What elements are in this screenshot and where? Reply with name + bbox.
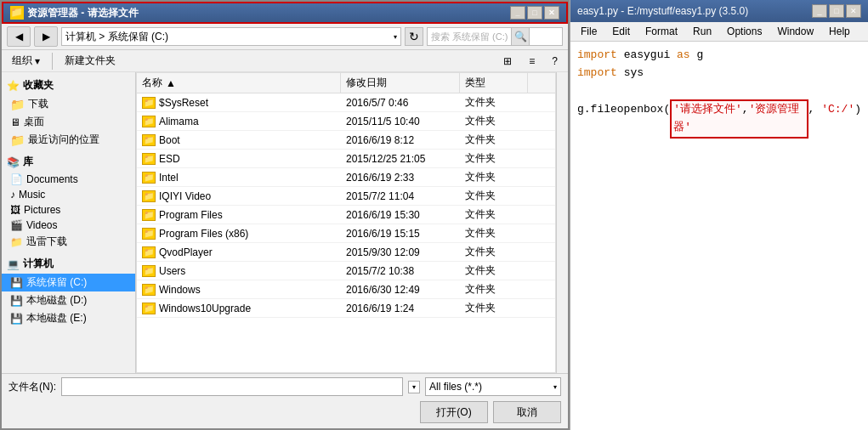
menu-edit[interactable]: Edit — [605, 24, 637, 39]
sidebar-item-recent[interactable]: 📁 最近访问的位置 — [2, 131, 135, 149]
help-button[interactable]: ? — [547, 54, 563, 69]
file-date: 2016/6/19 15:30 — [341, 207, 460, 223]
file-list: 名称 ▲ 修改日期 类型 📁 $SysReset 2016/5/7 0:46 文… — [136, 72, 556, 373]
file-date: 2015/7/2 10:38 — [341, 263, 460, 279]
code-line-3: g.fileopenbox('请选择文件','资源管理器', 'C:/') — [577, 99, 861, 139]
filetype-combo[interactable]: All files (*.*) ▾ — [425, 377, 561, 396]
file-name-cell: 📁 QvodPlayer — [137, 245, 341, 260]
favorites-header[interactable]: ⭐ 收藏夹 — [2, 76, 135, 95]
forward-button[interactable]: ▶ — [34, 26, 58, 47]
search-button[interactable]: 🔍 — [511, 27, 530, 46]
file-name-cell: 📁 Boot — [137, 133, 341, 148]
vertical-scrollbar[interactable] — [556, 72, 568, 373]
editor-title: easy1.py - E:/mystuff/easy1.py (3.5.0) — [577, 5, 748, 17]
file-name: ESD — [159, 153, 180, 165]
sidebar-item-xunlei[interactable]: 📁 迅雷下载 — [2, 233, 135, 251]
sidebar-item-download[interactable]: 📁 下载 — [2, 95, 135, 113]
minimize-button[interactable]: _ — [510, 6, 525, 20]
file-date: 2016/6/19 1:24 — [341, 301, 460, 316]
editor-titlebar-controls: _ □ ✕ — [812, 4, 861, 18]
sidebar-item-videos[interactable]: 🎬 Videos — [2, 218, 135, 233]
dialog-content: ⭐ 收藏夹 📁 下载 🖥 桌面 📁 最近访问的位置 — [2, 72, 568, 373]
col-header-type[interactable]: 类型 — [460, 73, 528, 93]
sort-arrow-icon: ▲ — [166, 77, 176, 89]
highlighted-args: '请选择文件','资源管理器' — [670, 99, 808, 139]
open-button[interactable]: 打开(O) — [420, 401, 488, 423]
sidebar-item-desktop[interactable]: 🖥 桌面 — [2, 113, 135, 131]
table-row[interactable]: 📁 ESD 2015/12/25 21:05 文件夹 — [137, 150, 555, 168]
sidebar-item-music[interactable]: ♪ Music — [2, 187, 135, 202]
new-folder-button[interactable]: 新建文件夹 — [60, 52, 121, 70]
menu-window[interactable]: Window — [770, 24, 820, 39]
table-row[interactable]: 📁 Windows10Upgrade 2016/6/19 1:24 文件夹 — [137, 299, 555, 318]
address-combo[interactable]: 计算机 > 系统保留 (C:) ▾ — [61, 27, 401, 46]
file-date: 2016/5/7 0:46 — [341, 95, 460, 110]
filename-input[interactable] — [61, 377, 403, 396]
sidebar-music-label: Music — [19, 189, 45, 201]
folder-icon: 📁 — [10, 98, 25, 111]
menu-file[interactable]: File — [574, 24, 604, 39]
editor-close-button[interactable]: ✕ — [846, 4, 861, 18]
star-icon: ⭐ — [7, 80, 20, 92]
cancel-button[interactable]: 取消 — [493, 401, 561, 423]
menu-format[interactable]: Format — [638, 24, 684, 39]
menu-run[interactable]: Run — [686, 24, 718, 39]
folder-icon: 📁 — [142, 246, 156, 258]
computer-header[interactable]: 💻 计算机 — [2, 254, 135, 274]
table-row[interactable]: 📁 Intel 2016/6/19 2:33 文件夹 — [137, 168, 555, 187]
import-easygui: easygui — [624, 47, 671, 65]
file-type: 文件夹 — [460, 131, 528, 149]
sidebar-item-documents[interactable]: 📄 Documents — [2, 172, 135, 187]
table-row[interactable]: 📁 Windows 2016/6/30 12:49 文件夹 — [137, 280, 555, 299]
library-icon: 📚 — [7, 156, 20, 168]
view-list-button[interactable]: ≡ — [524, 54, 540, 69]
address-text: 计算机 > 系统保留 (C:) — [65, 30, 168, 44]
sidebar-documents-label: Documents — [26, 173, 78, 185]
sidebar-item-c[interactable]: 💾 系统保留 (C:) — [2, 274, 135, 291]
menu-help[interactable]: Help — [822, 24, 857, 39]
library-header[interactable]: 📚 库 — [2, 152, 135, 172]
file-type: 文件夹 — [460, 93, 528, 111]
file-name-cell: 📁 Intel — [137, 170, 341, 185]
file-name-cell: 📁 ESD — [137, 151, 341, 167]
table-row[interactable]: 📁 IQIYI Video 2015/7/2 11:04 文件夹 — [137, 187, 555, 206]
col-header-date[interactable]: 修改日期 — [341, 73, 460, 93]
table-row[interactable]: 📁 $SysReset 2016/5/7 0:46 文件夹 — [137, 93, 555, 112]
editor-minimize-button[interactable]: _ — [812, 4, 827, 18]
dialog-icon: 📁 — [10, 6, 24, 20]
organize-arrow-icon: ▾ — [35, 55, 40, 67]
titlebar-controls: _ □ ✕ — [510, 6, 559, 20]
table-row[interactable]: 📁 Program Files (x86) 2016/6/19 15:15 文件… — [137, 224, 555, 243]
col-header-name[interactable]: 名称 ▲ — [137, 73, 341, 93]
import-sys: sys — [624, 65, 644, 82]
col-date-label: 修改日期 — [346, 76, 387, 90]
refresh-button[interactable]: ↻ — [405, 27, 423, 46]
sidebar-item-pictures[interactable]: 🖼 Pictures — [2, 202, 135, 218]
library-section: 📚 库 📄 Documents ♪ Music 🖼 Pictures 🎬 — [2, 152, 135, 251]
table-row[interactable]: 📁 QvodPlayer 2015/9/30 12:09 文件夹 — [137, 243, 555, 262]
editor-maximize-button[interactable]: □ — [829, 4, 844, 18]
organize-button[interactable]: 组织 ▾ — [7, 52, 45, 70]
file-date: 2016/6/19 2:33 — [341, 170, 460, 185]
table-row[interactable]: 📁 Users 2015/7/2 10:38 文件夹 — [137, 262, 555, 280]
table-row[interactable]: 📁 Program Files 2016/6/19 15:30 文件夹 — [137, 206, 555, 224]
sidebar-item-e[interactable]: 💾 本地磁盘 (E:) — [2, 309, 135, 327]
table-row[interactable]: 📁 Boot 2016/6/19 8:12 文件夹 — [137, 131, 555, 150]
table-row[interactable]: 📁 Alimama 2015/11/5 10:40 文件夹 — [137, 112, 555, 131]
editor-content[interactable]: import easygui as g import sys g.fileope… — [570, 42, 868, 430]
file-type: 文件夹 — [460, 224, 528, 242]
dialog-sidebar: ⭐ 收藏夹 📁 下载 🖥 桌面 📁 最近访问的位置 — [2, 72, 136, 373]
filename-dropdown[interactable]: ▾ — [408, 381, 420, 393]
file-date: 2015/9/30 12:09 — [341, 245, 460, 260]
view-button[interactable]: ⊞ — [498, 54, 517, 69]
back-button[interactable]: ◀ — [7, 26, 31, 47]
sidebar-item-d[interactable]: 💾 本地磁盘 (D:) — [2, 291, 135, 309]
close-button[interactable]: ✕ — [544, 6, 559, 20]
menu-options[interactable]: Options — [720, 24, 769, 39]
sidebar-recent-label: 最近访问的位置 — [28, 133, 99, 147]
maximize-button[interactable]: □ — [527, 6, 542, 20]
file-type: 文件夹 — [460, 243, 528, 261]
code-line-2: import sys — [577, 65, 861, 82]
computer-label: 计算机 — [23, 257, 54, 271]
sidebar-xunlei-label: 迅雷下载 — [26, 235, 67, 249]
